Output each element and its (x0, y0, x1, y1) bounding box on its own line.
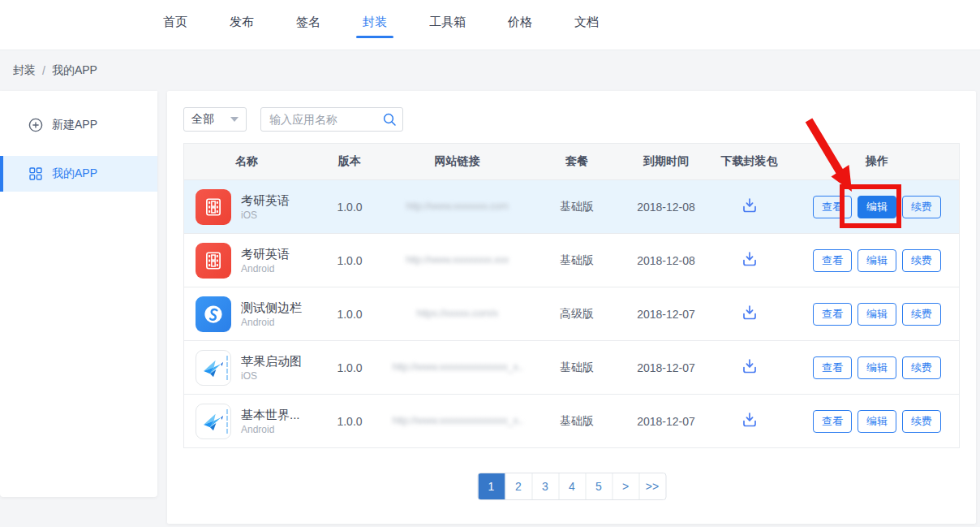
view-button[interactable]: 查看 (813, 410, 852, 433)
search-icon[interactable] (382, 112, 397, 127)
last-page-button[interactable]: >> (638, 473, 665, 499)
column-header-actions: 操作 (796, 154, 958, 169)
nav-item-label: 首页 (163, 15, 187, 28)
nav-item-label: 文档 (574, 15, 599, 28)
caret-down-icon (230, 117, 239, 122)
page-4[interactable]: 4 (558, 473, 585, 499)
app-version: 1.0.0 (309, 254, 390, 267)
paper-bird-app-icon (196, 350, 231, 386)
search-box (260, 107, 403, 132)
view-button[interactable]: 查看 (813, 249, 852, 272)
column-header-plan: 套餐 (524, 154, 630, 169)
app-platform: iOS (241, 369, 302, 382)
column-header-link: 网站链接 (390, 154, 524, 169)
app-name: 基本世界... (241, 407, 300, 423)
page-5[interactable]: 5 (585, 473, 612, 499)
renew-button[interactable]: 续费 (902, 249, 941, 272)
plan-badge: 基础版 (524, 414, 630, 429)
table-row: 基本世界... Android 1.0.0 http://www.xxxxxxx… (184, 394, 959, 447)
breadcrumb-separator: / (42, 64, 45, 77)
page-3[interactable]: 3 (531, 473, 558, 499)
plan-badge: 基础版 (524, 361, 630, 375)
website-link-blurred: http://www.xxxxxxxxxxxxxx_x... (393, 361, 522, 373)
table-row: 考研英语 iOS 1.0.0 http://www.xxxxxxx.com 基础… (184, 179, 959, 233)
column-header-name: 名称 (184, 154, 309, 169)
pagination: 12345>>> (477, 473, 666, 500)
page-2[interactable]: 2 (505, 473, 531, 499)
plan-badge: 基础版 (524, 200, 630, 214)
nav-item-label: 签名 (296, 15, 320, 28)
plan-badge: 基础版 (524, 253, 630, 268)
renew-button[interactable]: 续费 (902, 303, 941, 326)
breadcrumb-current: 我的APP (52, 63, 97, 78)
grid-icon (28, 166, 43, 181)
app-name: 考研英语 (241, 192, 290, 209)
sidebar-item-new-app[interactable]: 新建APP (0, 107, 157, 143)
website-link-blurred: http://www.xxxxxxxx.xxx (406, 253, 509, 266)
nav-item-封装[interactable]: 封装 (361, 11, 389, 38)
app-version: 1.0.0 (309, 201, 390, 214)
website-link-blurred: http://www.xxxxxxx.com (406, 200, 508, 212)
main-panel: 全部 名称 版本 网站链接 套餐 到期时间 下载封装包 操作 (167, 91, 976, 524)
table-body: 考研英语 iOS 1.0.0 http://www.xxxxxxx.com 基础… (184, 179, 959, 447)
table-header: 名称 版本 网站链接 套餐 到期时间 下载封装包 操作 (184, 144, 959, 179)
app-name: 考研英语 (241, 246, 290, 262)
download-package-icon[interactable] (740, 303, 759, 322)
download-package-icon[interactable] (740, 249, 759, 269)
app-version: 1.0.0 (309, 415, 390, 428)
edit-button[interactable]: 编辑 (858, 356, 896, 379)
download-package-icon[interactable] (740, 410, 759, 430)
edit-button[interactable]: 编辑 (858, 410, 896, 433)
nav-item-签名[interactable]: 签名 (294, 11, 322, 38)
nav-item-label: 发布 (230, 15, 254, 28)
app-table: 名称 版本 网站链接 套餐 到期时间 下载封装包 操作 (183, 143, 960, 448)
expiry-date: 2018-12-07 (630, 361, 703, 374)
renew-button[interactable]: 续费 (902, 196, 941, 218)
nav-item-label: 封装 (363, 15, 387, 28)
sidebar: 新建APP 我的APP (0, 91, 157, 497)
sidebar-item-label: 我的APP (52, 166, 97, 181)
s-circle-app-icon (196, 296, 231, 332)
next-page-button[interactable]: > (612, 473, 638, 499)
table-row: 测试侧边栏 Android 1.0.0 https://xxxxx.com/x … (184, 287, 959, 340)
app-version: 1.0.0 (309, 361, 390, 374)
table-row: 考研英语 Android 1.0.0 http://www.xxxxxxxx.x… (184, 233, 959, 287)
toolbar: 全部 (183, 107, 403, 132)
page-1[interactable]: 1 (478, 473, 505, 499)
nav-item-工具箱[interactable]: 工具箱 (428, 11, 467, 38)
view-button[interactable]: 查看 (813, 303, 852, 326)
expiry-date: 2018-12-07 (630, 415, 703, 428)
view-button[interactable]: 查看 (813, 196, 852, 218)
app-platform: Android (241, 423, 300, 436)
app-platform: iOS (241, 209, 290, 222)
paper-bird-app-icon (196, 404, 231, 439)
download-package-icon[interactable] (740, 356, 759, 376)
nav-item-首页[interactable]: 首页 (161, 11, 189, 38)
expiry-date: 2018-12-08 (630, 254, 703, 267)
renew-button[interactable]: 续费 (902, 410, 941, 433)
film-app-icon (196, 189, 231, 225)
breadcrumb-section[interactable]: 封装 (13, 63, 36, 78)
view-button[interactable]: 查看 (813, 356, 852, 379)
column-header-version: 版本 (309, 154, 390, 169)
website-link-blurred: https://xxxxx.com/x (416, 307, 497, 319)
expiry-date: 2018-12-07 (630, 308, 703, 321)
sidebar-item-label: 新建APP (52, 118, 97, 132)
plan-badge: 高级版 (524, 307, 630, 322)
film-app-icon (196, 243, 231, 279)
sidebar-item-my-app[interactable]: 我的APP (0, 156, 157, 192)
nav-item-label: 价格 (508, 15, 532, 28)
plus-circle-icon (28, 118, 43, 132)
breadcrumb: 封装 / 我的APP (0, 50, 980, 91)
edit-button[interactable]: 编辑 (858, 303, 896, 326)
download-package-icon[interactable] (740, 196, 759, 215)
renew-button[interactable]: 续费 (902, 356, 941, 379)
nav-item-文档[interactable]: 文档 (573, 11, 600, 38)
nav-item-发布[interactable]: 发布 (228, 11, 256, 38)
nav-item-label: 工具箱 (429, 15, 466, 28)
app-version: 1.0.0 (309, 308, 390, 321)
edit-button[interactable]: 编辑 (858, 196, 896, 218)
nav-item-价格[interactable]: 价格 (506, 11, 534, 38)
filter-select[interactable]: 全部 (183, 107, 247, 132)
edit-button[interactable]: 编辑 (858, 249, 896, 272)
